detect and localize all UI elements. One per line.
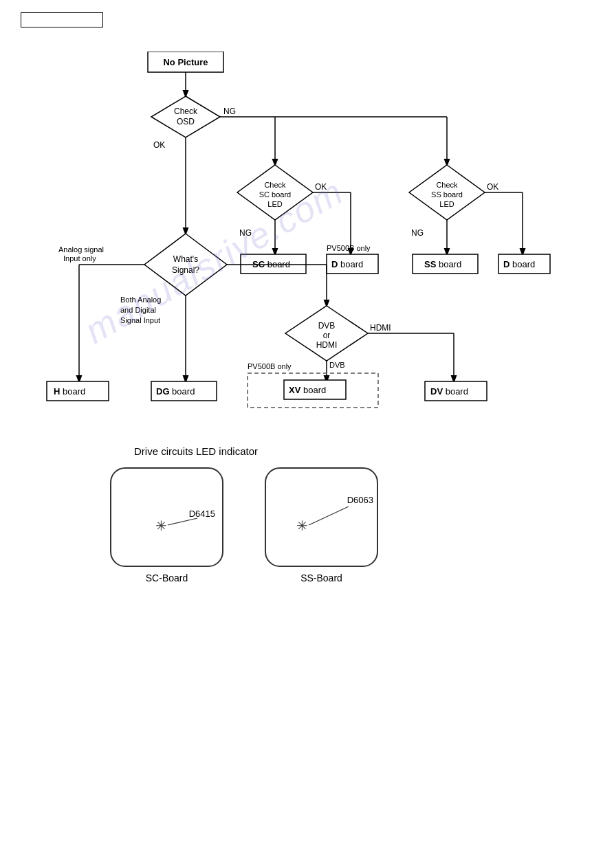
svg-text:DVB: DVB xyxy=(318,321,336,331)
svg-text:HDMI: HDMI xyxy=(370,323,391,333)
svg-text:SS board: SS board xyxy=(431,190,463,199)
svg-text:OK: OK xyxy=(487,182,498,192)
svg-text:XV board: XV board xyxy=(289,385,326,395)
ss-board-rounded: ✳ D6063 xyxy=(265,467,378,567)
svg-text:D board: D board xyxy=(331,259,363,269)
svg-text:Signal?: Signal? xyxy=(172,265,199,275)
svg-text:H board: H board xyxy=(54,386,85,397)
svg-text:OSD: OSD xyxy=(177,117,195,126)
svg-text:Check: Check xyxy=(174,107,198,116)
sc-board-box: ✳ D6415 SC-Board xyxy=(110,467,223,583)
d6415-label: D6415 xyxy=(189,509,215,519)
svg-text:✳: ✳ xyxy=(296,518,308,533)
svg-text:Analog signal: Analog signal xyxy=(58,245,104,254)
d6063-label: D6063 xyxy=(347,495,373,505)
svg-text:DVB: DVB xyxy=(329,361,345,369)
svg-text:Check: Check xyxy=(264,181,286,189)
svg-text:NG: NG xyxy=(411,228,424,238)
svg-line-74 xyxy=(309,507,349,525)
flowchart-svg: No Picture Check OSD OK NG Check SC boar… xyxy=(21,52,591,450)
svg-line-72 xyxy=(168,518,197,525)
svg-text:SC board: SC board xyxy=(259,190,291,199)
svg-text:D board: D board xyxy=(503,259,535,269)
svg-marker-38 xyxy=(144,234,227,296)
svg-text:or: or xyxy=(323,331,331,340)
boards-container: ✳ D6415 SC-Board ✳ D6063 SS-Board xyxy=(110,467,378,583)
svg-text:✳: ✳ xyxy=(155,518,167,533)
sc-board-text-label: SC-Board xyxy=(146,572,188,583)
svg-text:HDMI: HDMI xyxy=(316,340,338,350)
ss-board-text-label: SS-Board xyxy=(300,572,342,583)
top-rect xyxy=(21,12,103,27)
drive-circuits-label: Drive circuits LED indicator xyxy=(134,445,258,457)
page-container: No Picture Check OSD OK NG Check SC boar… xyxy=(0,0,614,868)
svg-text:DV board: DV board xyxy=(430,386,468,397)
svg-text:Input only: Input only xyxy=(63,254,96,263)
svg-text:What's: What's xyxy=(173,254,198,264)
svg-text:LED: LED xyxy=(439,200,454,208)
sc-board-rounded: ✳ D6415 xyxy=(110,467,223,567)
svg-text:Both Analog: Both Analog xyxy=(120,296,161,304)
svg-text:Signal Input: Signal Input xyxy=(120,316,160,324)
svg-text:No Picture: No Picture xyxy=(163,57,208,67)
svg-text:OK: OK xyxy=(153,140,165,150)
svg-text:PV500B only: PV500B only xyxy=(248,362,292,370)
svg-text:OK: OK xyxy=(315,182,327,192)
svg-text:SS board: SS board xyxy=(424,259,461,269)
svg-text:Check: Check xyxy=(436,181,458,189)
svg-text:LED: LED xyxy=(267,200,282,208)
svg-text:NG: NG xyxy=(223,107,236,116)
svg-text:PV500B only: PV500B only xyxy=(327,244,371,252)
svg-text:NG: NG xyxy=(239,228,252,238)
ss-board-box: ✳ D6063 SS-Board xyxy=(265,467,378,583)
svg-text:and Digital: and Digital xyxy=(120,306,156,314)
svg-text:DG board: DG board xyxy=(156,386,195,397)
